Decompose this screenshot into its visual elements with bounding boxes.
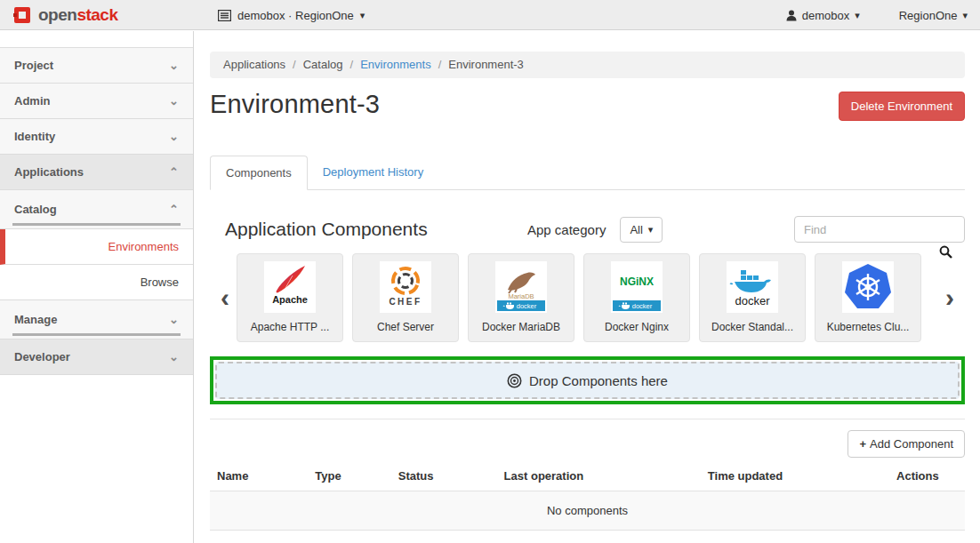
topbar-right: demobox ▾ RegionOne ▾: [786, 0, 968, 30]
add-component-button[interactable]: +Add Component: [847, 430, 965, 458]
component-card-kubernetes[interactable]: Kubernetes Clu...: [815, 253, 921, 342]
tab-components[interactable]: Components: [210, 156, 308, 190]
sidebar-item-label: Identity: [14, 130, 55, 143]
brand-open: open: [38, 5, 76, 24]
region-menu-label: RegionOne: [899, 9, 958, 22]
section-heading: Application Components: [225, 219, 527, 240]
domain-icon: [218, 10, 231, 21]
sidebar-item-label: Browse: [141, 275, 179, 289]
column-header-actions: Actions: [889, 461, 965, 491]
component-card-apache[interactable]: Apache Apache HTTP ...: [237, 253, 343, 342]
sidebar-item-label: Applications: [14, 165, 84, 179]
chevron-up-icon: ⌃: [169, 165, 179, 179]
component-card-label: Apache HTTP ...: [251, 321, 329, 333]
component-card-label: Chef Server: [377, 321, 434, 333]
drop-components-zone[interactable]: Drop Components here: [215, 362, 960, 399]
breadcrumb-applications: Applications: [223, 58, 285, 71]
brand-text: openstack: [38, 5, 118, 25]
sidebar-item-project[interactable]: Project ⌄: [0, 48, 193, 84]
category-filter-dropdown[interactable]: All ▾: [620, 217, 663, 243]
tab-bar: Components Deployment History: [210, 156, 965, 190]
breadcrumb-separator: [431, 58, 449, 71]
apache-logo: Apache: [264, 261, 316, 313]
openstack-brand[interactable]: openstack: [12, 0, 118, 30]
chevron-down-icon: ⌄: [169, 130, 179, 143]
bullseye-icon: [507, 373, 522, 388]
sidebar-item-manage[interactable]: Manage ⌄: [0, 300, 193, 339]
svg-text:CHEF: CHEF: [389, 297, 422, 307]
chevron-down-icon: ⌄: [169, 94, 179, 108]
column-header-type: Type: [308, 461, 390, 491]
dropzone-highlight: Drop Components here: [210, 356, 965, 404]
user-menu[interactable]: demobox ▾: [786, 9, 860, 22]
context-label: demobox · RegionOne: [237, 9, 354, 22]
carousel-prev-button[interactable]: ‹: [213, 253, 237, 342]
brand-stack: stack: [76, 5, 117, 24]
svg-text:MariaDB: MariaDB: [508, 292, 534, 300]
user-menu-label: demobox: [802, 9, 849, 22]
sidebar-item-label: Developer: [14, 350, 70, 363]
caret-down-icon: ▾: [962, 10, 968, 21]
chevron-down-icon: ⌄: [169, 59, 179, 72]
empty-table-message: No components: [210, 491, 965, 531]
region-menu[interactable]: RegionOne ▾: [899, 9, 968, 22]
component-card-docker-nginx[interactable]: NGiNX docker Docker Nginx: [583, 253, 690, 342]
breadcrumb: ApplicationsCatalogEnvironmentsEnvironme…: [210, 52, 965, 78]
sidebar-top-strip: [0, 31, 193, 48]
category-filter-value: All: [630, 223, 642, 236]
kubernetes-logo: [842, 261, 894, 313]
table-actions-row: +Add Component: [210, 430, 965, 458]
sidebar-item-label: Project: [14, 59, 53, 72]
components-table: Name Type Status Last operation Time upd…: [210, 461, 965, 531]
breadcrumb-environments-link[interactable]: Environments: [360, 58, 430, 71]
topbar: openstack demobox · RegionOne ▾ demobox …: [0, 0, 980, 30]
caret-down-icon: ▾: [648, 224, 654, 236]
search-icon[interactable]: [939, 245, 952, 259]
sidebar-item-label: Environments: [108, 240, 179, 253]
caret-down-icon: ▾: [360, 10, 365, 21]
sidebar: Project ⌄ Admin ⌄ Identity ⌄ Application…: [0, 31, 194, 543]
sidebar-item-label: Admin: [14, 94, 50, 108]
column-header-name: Name: [210, 461, 308, 491]
chevron-up-icon: ⌃: [169, 203, 179, 216]
svg-text:docker: docker: [735, 294, 770, 307]
components-carousel: ‹ Apache Apache HTTP ...: [210, 253, 965, 342]
carousel-cards: Apache Apache HTTP ... CHEF Chef Server: [237, 253, 938, 342]
component-card-docker-standalone[interactable]: docker Docker Standal...: [699, 253, 806, 342]
project-context-switcher[interactable]: demobox · RegionOne ▾: [218, 0, 365, 30]
sidebar-item-applications[interactable]: Applications ⌃: [0, 155, 193, 190]
components-toolbar: Application Components App category All …: [210, 216, 965, 243]
component-card-chef[interactable]: CHEF Chef Server: [352, 253, 459, 342]
sidebar-item-admin[interactable]: Admin ⌄: [0, 84, 193, 119]
sidebar-item-catalog[interactable]: Catalog ⌃: [0, 190, 193, 229]
sidebar-item-browse[interactable]: Browse: [0, 265, 193, 300]
tab-deployment-history[interactable]: Deployment History: [308, 156, 438, 189]
breadcrumb-separator: [285, 58, 303, 71]
carousel-next-button[interactable]: ›: [938, 253, 961, 342]
sidebar-item-identity[interactable]: Identity ⌄: [0, 119, 193, 155]
sidebar-item-developer[interactable]: Developer ⌄: [0, 339, 193, 375]
chevron-down-icon: ⌄: [169, 350, 179, 363]
delete-environment-button[interactable]: Delete Environment: [839, 92, 965, 121]
app-category-label: App category: [527, 222, 606, 237]
empty-table-row: No components: [210, 491, 965, 531]
breadcrumb-catalog: Catalog: [303, 58, 343, 71]
svg-text:docker: docker: [517, 302, 537, 310]
search-input[interactable]: [794, 216, 965, 243]
svg-text:NGiNX: NGiNX: [620, 275, 654, 288]
nginx-docker-logo: NGiNX docker: [611, 261, 663, 313]
svg-text:docker: docker: [632, 302, 653, 310]
component-card-docker-mariadb[interactable]: MariaDB docker Docker MariaDB: [468, 253, 574, 342]
sidebar-item-environments[interactable]: Environments: [0, 229, 193, 265]
column-header-last-operation: Last operation: [497, 461, 701, 491]
column-header-status: Status: [391, 461, 497, 491]
add-component-label: Add Component: [870, 437, 953, 451]
sidebar-item-label: Catalog: [14, 203, 57, 216]
svg-text:Apache: Apache: [272, 294, 308, 305]
table-header-row: Name Type Status Last operation Time upd…: [210, 461, 965, 491]
chef-logo: CHEF: [380, 261, 431, 313]
component-card-label: Docker MariaDB: [482, 321, 560, 333]
breadcrumb-current: Environment-3: [448, 58, 524, 71]
column-header-time-updated: Time updated: [701, 461, 889, 491]
mariadb-docker-logo: MariaDB docker: [495, 261, 547, 313]
